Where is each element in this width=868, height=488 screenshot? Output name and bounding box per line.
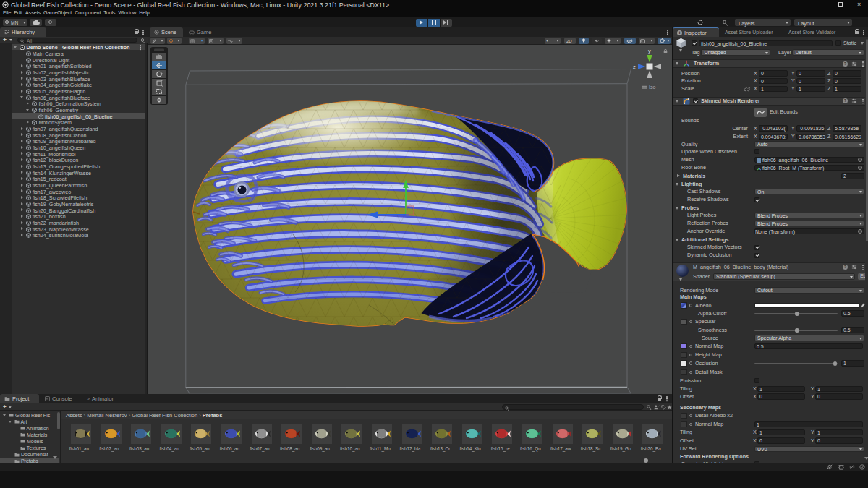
svg-text:Iso: Iso (649, 85, 655, 90)
svg-text:z: z (633, 64, 636, 70)
svg-text:y: y (648, 48, 651, 54)
